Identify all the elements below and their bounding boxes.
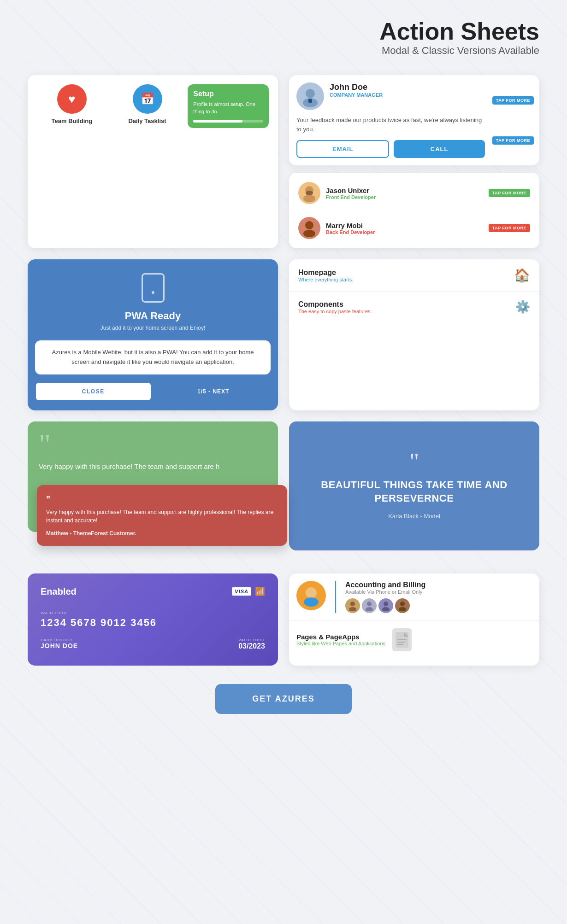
tap-more-btn-1[interactable]: TAP FOR MORE: [492, 96, 534, 105]
page-container: Action Sheets Modal & Classic Versions A…: [0, 0, 567, 742]
billing-info: Accounting and Billing Available Via Pho…: [345, 581, 532, 613]
tap-more-btn-2[interactable]: TAP FOR MORE: [492, 136, 534, 145]
app-item-team[interactable]: ♥ Team Building: [37, 84, 107, 124]
svg-point-15: [382, 607, 390, 611]
marry-tap-btn[interactable]: TAP FOR MORE: [489, 224, 530, 232]
pwa-phone-icon: [142, 273, 165, 303]
card-testimonial-red: ❞ Very happy with this purchase! The tea…: [37, 485, 287, 546]
page-header: Action Sheets Modal & Classic Versions A…: [28, 18, 539, 57]
billing-title: Accounting and Billing: [345, 581, 532, 589]
card-credit: Enabled VISA 📶 VALID THRU 1234 5678 9012…: [28, 573, 278, 666]
get-azures-button[interactable]: GET AZURES: [215, 684, 351, 714]
profile-actions: EMAIL CALL: [296, 140, 485, 158]
quote-blue-author: Karla Black - Model: [302, 513, 526, 520]
setup-title: Setup: [193, 90, 263, 98]
jason-role: Front End Developer: [326, 194, 483, 200]
svg-point-4: [303, 195, 315, 202]
app-setup[interactable]: Setup Profile is almost setup. One thing…: [188, 84, 269, 128]
billing-mini-avatars: [345, 598, 532, 613]
svg-point-0: [306, 89, 315, 98]
setup-progress-bar: [193, 120, 263, 123]
quote-mark-green: ": [39, 433, 267, 456]
row-2: PWA Ready Just add it to your home scree…: [28, 259, 539, 410]
close-button[interactable]: CLOSE: [35, 382, 152, 401]
svg-point-11: [349, 607, 356, 611]
call-button[interactable]: CALL: [394, 140, 484, 158]
jason-info: Jason Unixer Front End Developer: [326, 187, 483, 200]
testimonial-stack: " Very happy with this purchase! The tea…: [28, 421, 278, 532]
marry-name: Marry Mobi: [326, 222, 483, 229]
billing-divider: [335, 581, 336, 613]
app-item-daily[interactable]: 📅 Daily Tasklist: [112, 84, 183, 124]
svg-point-12: [367, 602, 372, 606]
components-text: Components The easy to copy paste featur…: [298, 300, 510, 314]
credit-expiry-info: VALID THRU 03/2023: [238, 638, 265, 650]
card-nav: Homepage Where everything starts. 🏠 Comp…: [289, 259, 539, 410]
profile-name: John Doe: [330, 82, 485, 92]
card-apps: ♥ Team Building 📅 Daily Tasklist Setup P…: [28, 75, 278, 248]
team-building-icon: ♥: [57, 84, 87, 114]
team-building-label: Team Building: [52, 117, 93, 124]
quote-blue-text: BEAUTIFUL THINGS TAKE TIME AND PERSEVERN…: [302, 479, 526, 505]
pwa-content: Azures is a Mobile Webite, but it is als…: [35, 340, 271, 374]
mini-avatar-4: [395, 598, 410, 613]
testimonial-red-header: ❞: [46, 494, 278, 504]
profile-text: Your feedback made our products twice as…: [296, 116, 485, 134]
quote-small-icon: ❞: [46, 494, 51, 504]
svg-point-16: [400, 602, 405, 606]
card-profile: John Doe COMPANY MANAGER Your feedback m…: [289, 75, 539, 165]
mini-avatar-2: [362, 598, 377, 613]
pwa-top: PWA Ready Just add it to your home scree…: [28, 259, 278, 340]
right-panel-top: John Doe COMPANY MANAGER Your feedback m…: [289, 75, 539, 248]
marry-avatar: [298, 217, 320, 239]
daily-tasklist-label: Daily Tasklist: [128, 117, 166, 124]
row-3: " Very happy with this purchase! The tea…: [28, 421, 539, 550]
get-azures-section: GET AZURES: [28, 684, 539, 714]
profile-header: John Doe COMPANY MANAGER: [296, 82, 485, 110]
homepage-title: Homepage: [298, 269, 508, 277]
credit-enabled: Enabled: [41, 586, 77, 597]
profile-role: COMPANY MANAGER: [330, 92, 485, 98]
svg-point-5: [306, 191, 313, 195]
house-icon: 🏠: [514, 268, 530, 283]
profile-avatar: [296, 82, 324, 110]
svg-rect-19: [397, 639, 407, 640]
testimonial-author: Matthew - ThemeForest Customer.: [46, 530, 278, 537]
quote-blue-content: " BEAUTIFUL THINGS TAKE TIME AND PERSEVE…: [302, 452, 526, 520]
jason-tap-btn[interactable]: TAP FOR MORE: [489, 189, 530, 197]
pwa-title: PWA Ready: [39, 310, 267, 322]
homepage-sub: Where everything starts.: [298, 277, 508, 282]
credit-holder-info: CARD HOLDER JOHN DOE: [41, 638, 78, 650]
nav-item-components[interactable]: Components The easy to copy paste featur…: [289, 292, 539, 322]
gear-icon: ⚙️: [515, 300, 530, 314]
visa-logo: VISA: [232, 587, 251, 596]
svg-point-14: [384, 602, 388, 606]
billing-bottom: Pages & PageApps Styled like Web Pages a…: [289, 621, 539, 659]
svg-point-8: [306, 587, 317, 598]
person-row-marry[interactable]: Marry Mobi Back End Developer TAP FOR MO…: [295, 213, 534, 243]
svg-rect-21: [397, 644, 403, 645]
credit-number: 1234 5678 9012 3456: [41, 617, 265, 629]
profile-info: John Doe COMPANY MANAGER: [330, 82, 485, 110]
svg-point-10: [350, 602, 355, 606]
billing-page-sub: Styled like Web Pages and Applications.: [296, 641, 387, 646]
tap-side: TAP FOR MORE TAP FOR MORE: [492, 75, 539, 165]
card-pwa: PWA Ready Just add it to your home scree…: [28, 259, 278, 410]
mini-avatar-3: [378, 598, 393, 613]
nav-item-homepage[interactable]: Homepage Where everything starts. 🏠: [289, 259, 539, 292]
billing-page-info: Pages & PageApps Styled like Web Pages a…: [296, 633, 387, 646]
credit-footer: CARD HOLDER JOHN DOE VALID THRU 03/2023: [41, 638, 265, 650]
page-subtitle: Modal & Classic Versions Available: [28, 45, 539, 57]
svg-point-13: [366, 607, 373, 611]
components-sub: The easy to copy paste features.: [298, 309, 510, 314]
pwa-actions: CLOSE 1/5 - NEXT: [28, 382, 278, 410]
page-title: Action Sheets: [28, 18, 539, 45]
pwa-subtitle: Just add it to your home screen and Enjo…: [39, 325, 267, 331]
homepage-text: Homepage Where everything starts.: [298, 269, 508, 282]
card-quote-blue: " BEAUTIFUL THINGS TAKE TIME AND PERSEVE…: [289, 421, 539, 550]
email-button[interactable]: EMAIL: [296, 140, 389, 158]
person-row-jason[interactable]: Jason Unixer Front End Developer TAP FOR…: [295, 178, 534, 208]
next-button[interactable]: 1/5 - NEXT: [156, 382, 271, 401]
card-billing: Accounting and Billing Available Via Pho…: [289, 573, 539, 666]
card-people: Jason Unixer Front End Developer TAP FOR…: [289, 173, 539, 248]
